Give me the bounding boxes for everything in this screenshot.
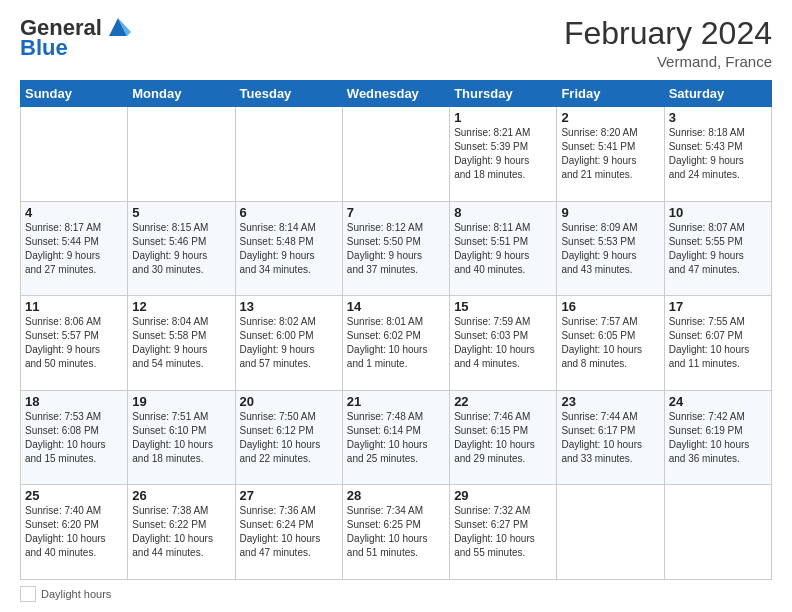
day-info: Sunrise: 8:12 AM Sunset: 5:50 PM Dayligh… (347, 221, 445, 277)
calendar-cell: 10Sunrise: 8:07 AM Sunset: 5:55 PM Dayli… (664, 201, 771, 296)
title-block: February 2024 Vermand, France (564, 16, 772, 70)
day-number: 10 (669, 205, 767, 220)
day-number: 24 (669, 394, 767, 409)
logo: General Blue (20, 16, 131, 59)
day-number: 14 (347, 299, 445, 314)
day-info: Sunrise: 7:44 AM Sunset: 6:17 PM Dayligh… (561, 410, 659, 466)
calendar-cell: 2Sunrise: 8:20 AM Sunset: 5:41 PM Daylig… (557, 107, 664, 202)
calendar-cell: 14Sunrise: 8:01 AM Sunset: 6:02 PM Dayli… (342, 296, 449, 391)
calendar-header-wednesday: Wednesday (342, 81, 449, 107)
day-number: 5 (132, 205, 230, 220)
calendar-header-friday: Friday (557, 81, 664, 107)
day-info: Sunrise: 7:38 AM Sunset: 6:22 PM Dayligh… (132, 504, 230, 560)
day-info: Sunrise: 7:51 AM Sunset: 6:10 PM Dayligh… (132, 410, 230, 466)
day-info: Sunrise: 8:15 AM Sunset: 5:46 PM Dayligh… (132, 221, 230, 277)
calendar-cell: 21Sunrise: 7:48 AM Sunset: 6:14 PM Dayli… (342, 390, 449, 485)
calendar-cell: 23Sunrise: 7:44 AM Sunset: 6:17 PM Dayli… (557, 390, 664, 485)
calendar-header-monday: Monday (128, 81, 235, 107)
calendar-week-2: 4Sunrise: 8:17 AM Sunset: 5:44 PM Daylig… (21, 201, 772, 296)
day-number: 2 (561, 110, 659, 125)
calendar-cell: 1Sunrise: 8:21 AM Sunset: 5:39 PM Daylig… (450, 107, 557, 202)
calendar-header-sunday: Sunday (21, 81, 128, 107)
legend-box (20, 586, 36, 602)
day-number: 27 (240, 488, 338, 503)
day-info: Sunrise: 8:07 AM Sunset: 5:55 PM Dayligh… (669, 221, 767, 277)
day-number: 13 (240, 299, 338, 314)
calendar-cell: 22Sunrise: 7:46 AM Sunset: 6:15 PM Dayli… (450, 390, 557, 485)
day-info: Sunrise: 8:17 AM Sunset: 5:44 PM Dayligh… (25, 221, 123, 277)
day-info: Sunrise: 7:57 AM Sunset: 6:05 PM Dayligh… (561, 315, 659, 371)
day-info: Sunrise: 7:42 AM Sunset: 6:19 PM Dayligh… (669, 410, 767, 466)
day-info: Sunrise: 7:40 AM Sunset: 6:20 PM Dayligh… (25, 504, 123, 560)
day-number: 29 (454, 488, 552, 503)
calendar-cell: 13Sunrise: 8:02 AM Sunset: 6:00 PM Dayli… (235, 296, 342, 391)
calendar-cell: 27Sunrise: 7:36 AM Sunset: 6:24 PM Dayli… (235, 485, 342, 580)
calendar-cell (21, 107, 128, 202)
calendar-cell: 5Sunrise: 8:15 AM Sunset: 5:46 PM Daylig… (128, 201, 235, 296)
day-info: Sunrise: 8:09 AM Sunset: 5:53 PM Dayligh… (561, 221, 659, 277)
calendar-header-thursday: Thursday (450, 81, 557, 107)
calendar-cell (128, 107, 235, 202)
calendar-cell: 15Sunrise: 7:59 AM Sunset: 6:03 PM Dayli… (450, 296, 557, 391)
day-info: Sunrise: 8:11 AM Sunset: 5:51 PM Dayligh… (454, 221, 552, 277)
calendar-cell: 8Sunrise: 8:11 AM Sunset: 5:51 PM Daylig… (450, 201, 557, 296)
header: General Blue February 2024 Vermand, Fran… (20, 16, 772, 70)
day-number: 3 (669, 110, 767, 125)
day-info: Sunrise: 8:18 AM Sunset: 5:43 PM Dayligh… (669, 126, 767, 182)
day-number: 12 (132, 299, 230, 314)
calendar-header-row: SundayMondayTuesdayWednesdayThursdayFrid… (21, 81, 772, 107)
calendar-cell: 16Sunrise: 7:57 AM Sunset: 6:05 PM Dayli… (557, 296, 664, 391)
day-number: 28 (347, 488, 445, 503)
day-number: 9 (561, 205, 659, 220)
legend-label: Daylight hours (41, 588, 111, 600)
calendar-cell (664, 485, 771, 580)
day-info: Sunrise: 7:59 AM Sunset: 6:03 PM Dayligh… (454, 315, 552, 371)
day-info: Sunrise: 8:04 AM Sunset: 5:58 PM Dayligh… (132, 315, 230, 371)
day-number: 20 (240, 394, 338, 409)
day-number: 6 (240, 205, 338, 220)
day-number: 11 (25, 299, 123, 314)
calendar-week-1: 1Sunrise: 8:21 AM Sunset: 5:39 PM Daylig… (21, 107, 772, 202)
calendar-cell: 25Sunrise: 7:40 AM Sunset: 6:20 PM Dayli… (21, 485, 128, 580)
day-info: Sunrise: 7:36 AM Sunset: 6:24 PM Dayligh… (240, 504, 338, 560)
day-info: Sunrise: 7:50 AM Sunset: 6:12 PM Dayligh… (240, 410, 338, 466)
calendar-cell: 29Sunrise: 7:32 AM Sunset: 6:27 PM Dayli… (450, 485, 557, 580)
day-number: 19 (132, 394, 230, 409)
day-info: Sunrise: 7:32 AM Sunset: 6:27 PM Dayligh… (454, 504, 552, 560)
day-info: Sunrise: 8:14 AM Sunset: 5:48 PM Dayligh… (240, 221, 338, 277)
day-info: Sunrise: 8:06 AM Sunset: 5:57 PM Dayligh… (25, 315, 123, 371)
calendar-cell: 18Sunrise: 7:53 AM Sunset: 6:08 PM Dayli… (21, 390, 128, 485)
day-info: Sunrise: 8:02 AM Sunset: 6:00 PM Dayligh… (240, 315, 338, 371)
calendar-table: SundayMondayTuesdayWednesdayThursdayFrid… (20, 80, 772, 580)
day-number: 16 (561, 299, 659, 314)
day-info: Sunrise: 7:53 AM Sunset: 6:08 PM Dayligh… (25, 410, 123, 466)
calendar-cell: 26Sunrise: 7:38 AM Sunset: 6:22 PM Dayli… (128, 485, 235, 580)
calendar-cell: 19Sunrise: 7:51 AM Sunset: 6:10 PM Dayli… (128, 390, 235, 485)
day-info: Sunrise: 8:01 AM Sunset: 6:02 PM Dayligh… (347, 315, 445, 371)
month-title: February 2024 (564, 16, 772, 51)
day-number: 7 (347, 205, 445, 220)
calendar-cell: 24Sunrise: 7:42 AM Sunset: 6:19 PM Dayli… (664, 390, 771, 485)
calendar-week-5: 25Sunrise: 7:40 AM Sunset: 6:20 PM Dayli… (21, 485, 772, 580)
calendar-cell: 20Sunrise: 7:50 AM Sunset: 6:12 PM Dayli… (235, 390, 342, 485)
day-number: 18 (25, 394, 123, 409)
calendar-cell (557, 485, 664, 580)
day-number: 4 (25, 205, 123, 220)
day-info: Sunrise: 8:21 AM Sunset: 5:39 PM Dayligh… (454, 126, 552, 182)
calendar-week-4: 18Sunrise: 7:53 AM Sunset: 6:08 PM Dayli… (21, 390, 772, 485)
day-info: Sunrise: 7:46 AM Sunset: 6:15 PM Dayligh… (454, 410, 552, 466)
day-number: 26 (132, 488, 230, 503)
calendar-cell: 3Sunrise: 8:18 AM Sunset: 5:43 PM Daylig… (664, 107, 771, 202)
calendar-cell: 28Sunrise: 7:34 AM Sunset: 6:25 PM Dayli… (342, 485, 449, 580)
calendar-header-tuesday: Tuesday (235, 81, 342, 107)
calendar-cell: 11Sunrise: 8:06 AM Sunset: 5:57 PM Dayli… (21, 296, 128, 391)
calendar-cell: 6Sunrise: 8:14 AM Sunset: 5:48 PM Daylig… (235, 201, 342, 296)
calendar-cell: 12Sunrise: 8:04 AM Sunset: 5:58 PM Dayli… (128, 296, 235, 391)
day-number: 25 (25, 488, 123, 503)
day-info: Sunrise: 7:55 AM Sunset: 6:07 PM Dayligh… (669, 315, 767, 371)
calendar-cell (342, 107, 449, 202)
page: General Blue February 2024 Vermand, Fran… (0, 0, 792, 612)
day-info: Sunrise: 7:34 AM Sunset: 6:25 PM Dayligh… (347, 504, 445, 560)
calendar-cell: 17Sunrise: 7:55 AM Sunset: 6:07 PM Dayli… (664, 296, 771, 391)
legend: Daylight hours (20, 586, 772, 602)
